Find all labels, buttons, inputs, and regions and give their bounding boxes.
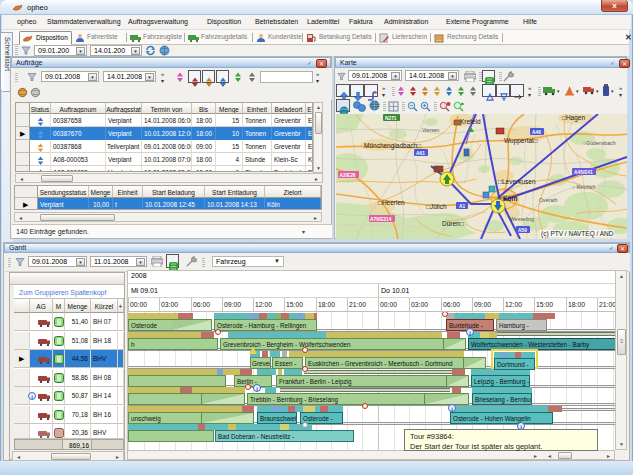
svg-text:○Güdensbach: ○Güdensbach (583, 140, 616, 146)
svg-text:A76/E314: A76/E314 (370, 217, 392, 222)
svg-text:A45/E41: A45/E41 (574, 170, 593, 175)
svg-text:A46: A46 (532, 130, 541, 135)
svg-text:Wuppertal□: Wuppertal□ (504, 137, 538, 145)
svg-text:Düren□: Düren□ (442, 220, 464, 227)
svg-text:A2/E26: A2/E26 (340, 173, 356, 178)
svg-text:N271: N271 (385, 116, 397, 121)
svg-text:Overath: Overath (539, 197, 558, 203)
svg-text:□Hagen: □Hagen (562, 114, 585, 122)
svg-text:A61: A61 (416, 151, 425, 156)
svg-text:A59: A59 (518, 228, 527, 233)
svg-text:A1: A1 (459, 204, 465, 209)
svg-text:□Leverkusen: □Leverkusen (498, 178, 536, 185)
svg-text:○ Reichsh.: ○ Reichsh. (572, 184, 597, 190)
svg-text:□Jülich: □Jülich (426, 203, 447, 210)
svg-text:Mönchengladbach□: Mönchengladbach□ (364, 142, 421, 150)
svg-text:Wesseling: Wesseling (510, 216, 534, 222)
svg-text:□Heerlen: □Heerlen (378, 199, 405, 206)
svg-text:Viersen: Viersen (422, 127, 440, 133)
